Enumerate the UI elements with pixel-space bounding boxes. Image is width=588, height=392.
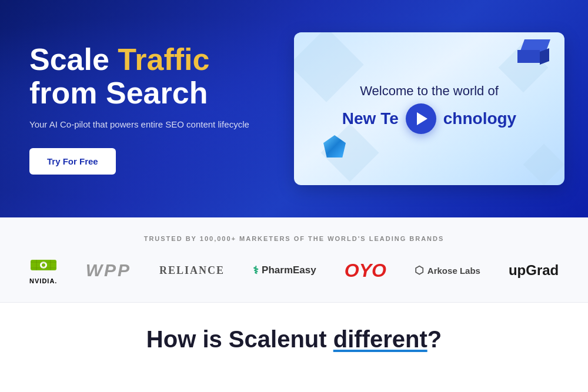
logo-arkose: ⬡ Arkose Labs (415, 264, 480, 277)
video-text-content: Welcome to the world of New Te chnology (342, 83, 516, 134)
arkose-icon: ⬡ (415, 264, 424, 277)
bottom-title-part2: ? (427, 326, 442, 352)
bottom-section: How is Scalenut different? (0, 303, 588, 364)
diamond-decoration-4 (523, 144, 564, 185)
box-side-face (540, 48, 549, 65)
gem-shape (323, 135, 346, 158)
hero-video-panel: Welcome to the world of New Te chnology (294, 32, 564, 185)
trusted-label: TRUSTED BY 100,000+ MARKETERS OF THE WOR… (24, 235, 564, 242)
nvidia-text: NVIDIA. (29, 277, 57, 284)
logos-row: NVIDIA. WPP RELIANCE ⚕ PharmEasy OYO ⬡ A… (24, 256, 564, 284)
reliance-text: RELIANCE (159, 264, 225, 277)
hero-title-part1: Scale (29, 42, 118, 76)
svg-point-2 (42, 263, 45, 267)
hero-section: Scale Traffic from Search Your AI Co-pil… (0, 0, 588, 217)
video-card[interactable]: Welcome to the world of New Te chnology (294, 32, 564, 185)
bottom-title-part1: How is Scalenut (146, 326, 333, 352)
video-text-new: New Te (342, 109, 399, 128)
hero-title: Scale Traffic from Search (29, 43, 270, 110)
oyo-text: OYO (345, 260, 386, 282)
pharmeasy-icon: ⚕ (253, 264, 259, 277)
logo-pharmeasy: ⚕ PharmEasy (253, 264, 316, 277)
hero-title-part2: from Search (29, 76, 208, 110)
logo-reliance: RELIANCE (159, 264, 225, 277)
try-for-free-button[interactable]: Try For Free (29, 148, 116, 175)
bottom-title: How is Scalenut different? (24, 326, 564, 353)
upgrad-text: upGrad (509, 262, 559, 279)
gem-decoration (323, 135, 347, 159)
video-text-row: New Te chnology (342, 103, 516, 134)
pharmeasy-text: PharmEasy (262, 264, 316, 276)
logo-upgrad: upGrad (509, 262, 559, 279)
logo-nvidia: NVIDIA. (29, 256, 58, 284)
arkose-text: Arkose Labs (427, 266, 480, 276)
video-text-chnology: chnology (443, 109, 516, 128)
logo-oyo: OYO (345, 260, 386, 282)
video-play-button[interactable] (406, 103, 436, 134)
3d-box-decoration (517, 39, 553, 66)
hero-subtitle: Your AI Co-pilot that powers entire SEO … (29, 119, 270, 129)
hero-title-highlight: Traffic (118, 42, 209, 76)
trusted-section: TRUSTED BY 100,000+ MARKETERS OF THE WOR… (0, 217, 588, 303)
video-text-top: Welcome to the world of (342, 83, 516, 99)
hero-left: Scale Traffic from Search Your AI Co-pil… (29, 43, 270, 175)
box-front-face (517, 50, 540, 63)
wpp-text: WPP (86, 260, 131, 280)
nvidia-icon (29, 256, 58, 274)
bottom-title-highlight: different (333, 326, 427, 352)
play-icon (417, 112, 427, 125)
logo-wpp: WPP (86, 260, 131, 280)
